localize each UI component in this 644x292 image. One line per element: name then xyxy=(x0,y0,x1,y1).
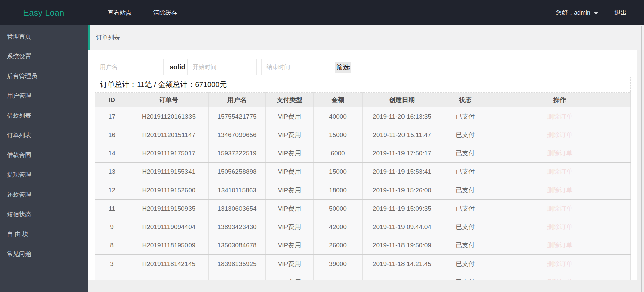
delete-order-link[interactable]: 删除订单 xyxy=(547,168,573,175)
cell-id: 9 xyxy=(95,218,129,236)
table-row: 9 H20191119094404 13893423430 VIP费用 4200… xyxy=(95,218,631,236)
end-time-input[interactable] xyxy=(261,59,330,75)
delete-order-link[interactable]: 删除订单 xyxy=(547,260,573,267)
cell-id: 13 xyxy=(95,163,129,181)
cell-amount: 42000 xyxy=(313,218,363,236)
table-row: 16 H20191120151147 13467099656 VIP费用 150… xyxy=(95,126,631,144)
cell-status: 已支付 xyxy=(441,218,489,236)
sidebar-item[interactable]: 后台管理员 xyxy=(0,66,88,86)
cell-actions: 删除订单 xyxy=(489,200,631,218)
cell-username: 12312312312 xyxy=(208,273,266,280)
delete-order-link[interactable]: 删除订单 xyxy=(547,279,573,280)
column-header: 金额 xyxy=(313,93,363,107)
cell-amount: 50000 xyxy=(313,200,363,218)
cell-order-no: H20191118133936 xyxy=(129,273,208,280)
sidebar-item[interactable]: 系统设置 xyxy=(0,47,88,66)
cell-amount: 18000 xyxy=(313,181,363,200)
solid-label: solid xyxy=(170,63,185,71)
cell-amount: 15000 xyxy=(313,126,363,144)
cell-pay-type: VIP费用 xyxy=(266,200,313,218)
app-logo: Easy Loan xyxy=(0,8,88,18)
cell-id: 16 xyxy=(95,126,129,144)
delete-order-link[interactable]: 删除订单 xyxy=(547,187,573,194)
cell-actions: 删除订单 xyxy=(489,273,631,280)
sidebar-item[interactable]: 自 由 块 xyxy=(0,224,88,244)
table-row: 14 H20191119175017 15937222519 VIP费用 600… xyxy=(95,144,631,163)
table-row: 3 H20191118142145 18398135925 VIP费用 3900… xyxy=(95,255,631,273)
cell-username: 13467099656 xyxy=(208,126,266,144)
table-row: 13 H20191119155341 15056258898 VIP费用 150… xyxy=(95,163,631,181)
logout-link[interactable]: 退出 xyxy=(614,9,627,17)
cell-id: 8 xyxy=(95,236,129,255)
column-header: 操作 xyxy=(489,93,631,107)
table-row: 12 H20191119152600 13410115863 VIP费用 180… xyxy=(95,181,631,200)
sidebar-item[interactable]: 借款列表 xyxy=(0,106,88,126)
username-input[interactable] xyxy=(95,59,164,75)
orders-table: ID订单号用户名支付类型金额创建日期状态操作 17 H2019112016133… xyxy=(95,92,631,280)
sidebar-item[interactable]: 管理首页 xyxy=(0,27,88,47)
cell-pay-type: VIP费用 xyxy=(266,236,313,255)
cell-status: 已支付 xyxy=(441,181,489,200)
cell-actions: 删除订单 xyxy=(489,107,631,126)
nav-clear-cache[interactable]: 清除缓存 xyxy=(153,9,177,17)
delete-order-link[interactable]: 删除订单 xyxy=(547,131,573,138)
cell-order-no: H20191119155341 xyxy=(129,163,208,181)
cell-pay-type: VIP费用 xyxy=(266,163,313,181)
cell-created: 2019-11-19 15:09:35 xyxy=(363,200,441,218)
vertical-scrollbar[interactable] xyxy=(641,26,642,292)
cell-created: 2019-11-20 16:13:35 xyxy=(363,107,441,126)
table-header-row: ID订单号用户名支付类型金额创建日期状态操作 xyxy=(95,93,631,107)
sidebar: 管理首页 系统设置 后台管理员 用户管理 借款列表 订单列表 借款合同 提现管理… xyxy=(0,25,88,292)
cell-pay-type: VIP费用 xyxy=(266,126,313,144)
user-menu[interactable]: 您好，admin xyxy=(556,9,598,17)
filter-submit-link[interactable]: 筛选 xyxy=(335,62,351,73)
start-time-input[interactable] xyxy=(187,59,257,75)
cell-username: 13410115863 xyxy=(208,181,266,200)
cell-username: 13893423430 xyxy=(208,218,266,236)
cell-id: 2 xyxy=(95,273,129,280)
page-header: 订单列表 xyxy=(88,25,644,50)
column-header: 支付类型 xyxy=(266,93,313,107)
delete-order-link[interactable]: 删除订单 xyxy=(547,242,573,249)
cell-actions: 删除订单 xyxy=(489,255,631,273)
sidebar-item[interactable]: 提现管理 xyxy=(0,165,88,185)
filter-row: solid 筛选 xyxy=(95,59,631,75)
sidebar-item[interactable]: 常见问题 xyxy=(0,244,88,264)
table-row: 2 H20191118133936 12312312312 VIP费用 1810… xyxy=(95,273,631,280)
cell-actions: 删除订单 xyxy=(489,236,631,255)
cell-username: 15937222519 xyxy=(208,144,266,163)
cell-username: 15056258898 xyxy=(208,163,266,181)
nav-view-site[interactable]: 查看站点 xyxy=(108,9,132,17)
cell-status: 已支付 xyxy=(441,236,489,255)
sidebar-item[interactable]: 借款合同 xyxy=(0,145,88,165)
cell-created: 2019-11-19 09:44:04 xyxy=(363,218,441,236)
cell-pay-type: VIP费用 xyxy=(266,273,313,280)
cell-amount: 26000 xyxy=(313,236,363,255)
cell-created: 2019-11-19 15:53:41 xyxy=(363,163,441,181)
sidebar-item[interactable]: 订单列表 xyxy=(0,126,88,145)
cell-order-no: H20191119094404 xyxy=(129,218,208,236)
cell-amount: 6000 xyxy=(313,144,363,163)
cell-amount: 15000 xyxy=(313,163,363,181)
cell-created: 2019-11-19 17:50:17 xyxy=(363,144,441,163)
cell-pay-type: VIP费用 xyxy=(266,144,313,163)
cell-amount: 40000 xyxy=(313,107,363,126)
sidebar-item[interactable]: 用户管理 xyxy=(0,86,88,106)
cell-order-no: H20191120151147 xyxy=(129,126,208,144)
cell-amount: 181000 xyxy=(313,273,363,280)
cell-status: 已支付 xyxy=(441,144,489,163)
cell-status: 已支付 xyxy=(441,163,489,181)
delete-order-link[interactable]: 删除订单 xyxy=(547,150,573,157)
cell-order-no: H20191118195009 xyxy=(129,236,208,255)
cell-created: 2019-11-18 13:39:36 xyxy=(363,273,441,280)
delete-order-link[interactable]: 删除订单 xyxy=(547,205,573,212)
order-summary: 订单总计：11笔 / 金额总计：671000元 xyxy=(95,77,631,92)
delete-order-link[interactable]: 删除订单 xyxy=(547,113,573,120)
column-header: 订单号 xyxy=(129,93,208,107)
cell-pay-type: VIP费用 xyxy=(266,255,313,273)
sidebar-item[interactable]: 短信状态 xyxy=(0,205,88,224)
cell-pay-type: VIP费用 xyxy=(266,218,313,236)
delete-order-link[interactable]: 删除订单 xyxy=(547,223,573,230)
cell-status: 已支付 xyxy=(441,255,489,273)
sidebar-item[interactable]: 还款管理 xyxy=(0,185,88,205)
